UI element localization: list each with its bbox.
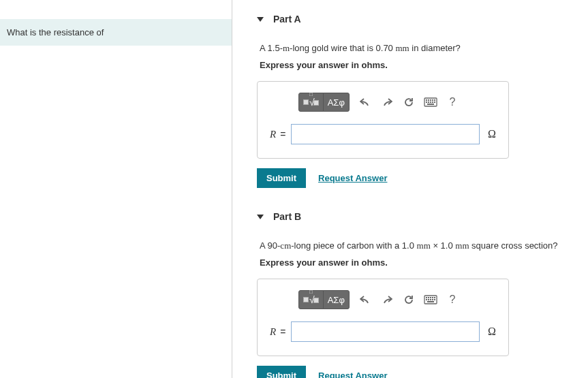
part-b-toolbar: □ √ ΑΣφ — [298, 290, 496, 309]
help-icon[interactable]: ? — [444, 290, 461, 309]
templates-button[interactable]: □ √ — [298, 93, 324, 112]
svg-rect-11 — [427, 104, 434, 105]
chevron-down-icon — [257, 17, 264, 22]
svg-rect-6 — [426, 101, 427, 103]
templates-button[interactable]: □ √ — [298, 290, 324, 309]
part-b-answer-box: □ √ ΑΣφ — [257, 279, 509, 356]
keyboard-icon[interactable] — [422, 290, 439, 309]
part-b-instruction: Express your answer in ohms. — [260, 257, 568, 268]
help-icon[interactable]: ? — [444, 93, 461, 112]
svg-rect-4 — [432, 99, 433, 101]
left-panel: What is the resistance of — [0, 0, 232, 378]
variable-label: R — [270, 129, 276, 140]
svg-rect-7 — [428, 101, 429, 103]
undo-icon[interactable] — [356, 93, 374, 112]
part-a-answer-input[interactable] — [291, 124, 480, 144]
request-answer-link[interactable]: Request Answer — [318, 173, 387, 183]
part-a-question: A 1.5-m-long gold wire that is 0.70 mm i… — [260, 42, 568, 54]
svg-rect-10 — [434, 101, 435, 103]
reset-icon[interactable] — [400, 290, 418, 309]
part-b: Part B A 90-cm-long piece of carbon with… — [257, 211, 568, 378]
equals-sign: = — [280, 129, 285, 140]
unit-label: Ω — [488, 326, 496, 338]
symbols-button[interactable]: ΑΣφ — [323, 290, 350, 309]
part-a-actions: Submit Request Answer — [257, 168, 568, 188]
submit-button[interactable]: Submit — [257, 168, 306, 188]
svg-rect-16 — [432, 297, 433, 298]
request-answer-link[interactable]: Request Answer — [318, 371, 387, 378]
part-b-question: A 90-cm-long piece of carbon with a 1.0 … — [260, 240, 568, 252]
svg-rect-2 — [428, 99, 429, 101]
part-a: Part A A 1.5-m-long gold wire that is 0.… — [257, 14, 568, 188]
svg-rect-14 — [428, 297, 429, 298]
part-b-header[interactable]: Part B — [257, 211, 568, 222]
svg-rect-1 — [426, 99, 427, 101]
template-icon: □ √ — [303, 97, 319, 108]
symbols-button[interactable]: ΑΣφ — [323, 93, 350, 112]
part-b-input-row: R = Ω — [270, 321, 496, 342]
chevron-down-icon — [257, 215, 264, 219]
part-a-title: Part A — [273, 14, 301, 25]
svg-rect-22 — [434, 299, 435, 300]
problem-prompt: What is the resistance of — [0, 19, 232, 46]
variable-label: R — [270, 326, 276, 338]
redo-icon[interactable] — [378, 93, 396, 112]
part-b-answer-input[interactable] — [291, 321, 480, 342]
svg-rect-15 — [430, 297, 431, 298]
part-a-answer-box: □ √ ΑΣφ — [257, 81, 509, 159]
part-a-header[interactable]: Part A — [257, 14, 568, 25]
svg-rect-21 — [432, 299, 433, 300]
template-icon: □ √ — [303, 294, 319, 305]
part-b-title: Part B — [273, 211, 301, 222]
svg-rect-13 — [426, 297, 427, 298]
svg-rect-8 — [430, 101, 431, 103]
part-a-toolbar: □ √ ΑΣφ — [298, 93, 496, 112]
svg-rect-23 — [427, 301, 434, 302]
reset-icon[interactable] — [400, 93, 418, 112]
undo-icon[interactable] — [356, 290, 374, 309]
svg-rect-9 — [432, 101, 433, 103]
svg-rect-20 — [430, 299, 431, 300]
keyboard-icon[interactable] — [422, 93, 439, 112]
svg-rect-5 — [434, 99, 435, 101]
part-b-actions: Submit Request Answer — [257, 366, 568, 378]
svg-rect-3 — [430, 99, 431, 101]
svg-rect-17 — [434, 297, 435, 298]
redo-icon[interactable] — [378, 290, 396, 309]
parts-panel: Part A A 1.5-m-long gold wire that is 0.… — [232, 0, 588, 378]
unit-label: Ω — [488, 128, 496, 140]
equals-sign: = — [280, 326, 285, 337]
svg-rect-19 — [428, 299, 429, 300]
svg-rect-18 — [426, 299, 427, 300]
part-a-instruction: Express your answer in ohms. — [260, 60, 568, 70]
submit-button[interactable]: Submit — [257, 366, 306, 378]
part-a-input-row: R = Ω — [270, 124, 496, 144]
